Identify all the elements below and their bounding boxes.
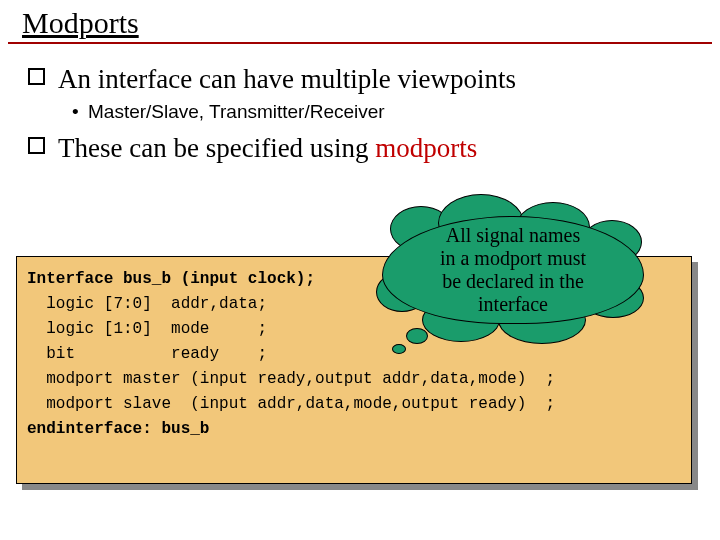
cloud-line: in a modport must (440, 247, 586, 269)
code-line: bit ready ; (27, 345, 681, 363)
bullet-2-text-pre: These can be specified using (58, 133, 375, 163)
bullet-list: An interface can have multiple viewpoint… (0, 44, 720, 164)
bullet-1-sub-text: Master/Slave, Transmitter/Receiver (88, 101, 385, 122)
thought-cloud: All signal names in a modport must be de… (382, 216, 644, 338)
bullet-1: An interface can have multiple viewpoint… (58, 64, 696, 95)
cloud-tail-icon (406, 328, 428, 344)
dot-bullet-icon: • (72, 101, 79, 123)
cloud-text: All signal names in a modport must be de… (382, 224, 644, 316)
cloud-line: be declared in the (442, 270, 584, 292)
cloud-tail-icon (392, 344, 406, 354)
bullet-2-keyword: modports (375, 133, 477, 163)
slide-title: Modports (8, 0, 712, 44)
title-text: Modports (22, 6, 139, 39)
bullet-2: These can be specified using modports (58, 133, 696, 164)
code-line: endinterface: bus_b (27, 420, 681, 438)
cloud-line: All signal names (446, 224, 580, 246)
cloud-line: interface (478, 293, 548, 315)
code-line: modport slave (input addr,data,mode,outp… (27, 395, 681, 413)
code-line: modport master (input ready,output addr,… (27, 370, 681, 388)
bullet-1-sub: • Master/Slave, Transmitter/Receiver (88, 101, 696, 123)
square-bullet-icon (28, 137, 45, 154)
bullet-1-text: An interface can have multiple viewpoint… (58, 64, 516, 94)
square-bullet-icon (28, 68, 45, 85)
slide: Modports An interface can have multiple … (0, 0, 720, 540)
